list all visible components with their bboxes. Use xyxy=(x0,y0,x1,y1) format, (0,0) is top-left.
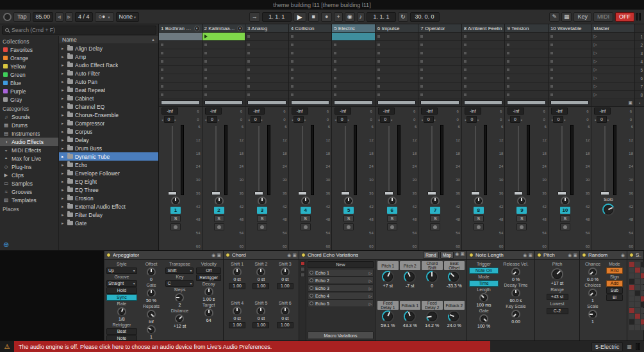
scene-launch-slot[interactable]: ▷ xyxy=(591,66,634,74)
chord-velocity-field[interactable]: 1.00 xyxy=(277,322,293,328)
track-activator-button[interactable]: 7 xyxy=(430,207,440,214)
scale-pad[interactable] xyxy=(629,291,634,296)
collection-item[interactable]: Orange xyxy=(0,54,58,62)
scale-pad[interactable] xyxy=(635,285,640,290)
expand-arrow-icon[interactable]: ▸ xyxy=(62,146,65,151)
macro-name[interactable]: Fdback 1 xyxy=(400,301,421,310)
volume-fader[interactable] xyxy=(340,125,351,195)
note-length-gate-knob[interactable] xyxy=(479,314,488,323)
random-chance-knob[interactable] xyxy=(588,268,597,276)
track-activator-button[interactable]: 6 xyxy=(387,207,397,214)
chain-activator-icon[interactable] xyxy=(310,301,313,305)
arp-decay-knob[interactable] xyxy=(204,287,213,296)
track-activator-button[interactable]: 4 xyxy=(301,207,311,214)
fader-handle[interactable] xyxy=(211,191,220,195)
browser-item[interactable]: ▸Chorus-Ensemble xyxy=(59,111,158,119)
volume-fader[interactable] xyxy=(513,125,524,195)
track-header[interactable]: 3 Analog xyxy=(245,24,288,33)
chain-hot-swap-icon[interactable]: ▷ xyxy=(368,301,372,306)
arm-button[interactable] xyxy=(474,223,484,230)
pan-right-icon[interactable]: ▸ xyxy=(348,118,350,122)
rack-map-button[interactable]: Map xyxy=(440,252,454,259)
scale-pad[interactable] xyxy=(641,314,644,319)
save-preset-icon[interactable]: ▣ xyxy=(460,252,465,259)
chord-shift-knob[interactable] xyxy=(256,307,265,316)
volume-fader[interactable] xyxy=(254,125,264,195)
arp-velocity-retrigger-button[interactable]: Retrigger xyxy=(196,275,221,281)
macro-name[interactable]: Pitch 1 xyxy=(377,261,399,270)
pitch-knob[interactable] xyxy=(551,268,563,280)
expand-arrow-icon[interactable]: ▸ xyxy=(62,113,65,118)
device-activator-icon[interactable] xyxy=(469,253,474,257)
track-volume-display[interactable]: -inf xyxy=(248,108,265,115)
scale-pad[interactable] xyxy=(641,319,644,324)
midi-map-button[interactable]: MIDI xyxy=(593,12,613,22)
expand-arrow-icon[interactable]: ▸ xyxy=(62,46,65,51)
arp-rate-value[interactable]: 1/8 xyxy=(119,317,125,322)
scale-pad[interactable] xyxy=(635,308,640,313)
clip-slot[interactable] xyxy=(332,41,375,49)
category-item[interactable]: ◑Audio Effects xyxy=(0,138,58,146)
track-stop-button[interactable] xyxy=(159,99,202,107)
link-logo-icon[interactable] xyxy=(3,13,12,21)
track-volume-display[interactable]: -inf xyxy=(508,108,524,115)
clip-slot[interactable] xyxy=(505,49,548,58)
clip-slot[interactable] xyxy=(418,49,461,58)
arm-button[interactable] xyxy=(214,223,224,230)
clip-slot[interactable] xyxy=(376,41,418,49)
track-pan-display[interactable]: 0 xyxy=(293,116,304,123)
browser-item[interactable]: ▸Dynamic Tube xyxy=(59,152,158,161)
clip-slot[interactable] xyxy=(505,74,548,83)
sort-ascending-icon[interactable]: ▲ xyxy=(151,38,155,42)
name-column-header[interactable]: Name ▲ xyxy=(59,36,158,44)
pan-left-icon[interactable]: ◂ xyxy=(378,118,380,122)
clip-slot[interactable] xyxy=(159,58,202,66)
hot-swap-icon[interactable]: ◉ xyxy=(621,253,625,258)
track-activator-button[interactable]: 10 xyxy=(560,207,570,214)
track-volume-display[interactable]: -inf xyxy=(334,108,351,115)
arp-distance-knob[interactable] xyxy=(175,314,184,323)
category-item[interactable]: ▭Samples xyxy=(0,179,58,188)
clip-slot[interactable] xyxy=(418,33,461,41)
fader-handle[interactable] xyxy=(254,191,263,195)
expand-arrow-icon[interactable]: ▸ xyxy=(62,129,65,134)
track-activator-button[interactable]: 2 xyxy=(214,207,224,214)
status-message[interactable]: The audio engine is off. Please click he… xyxy=(14,341,490,352)
expand-arrow-icon[interactable]: ▸ xyxy=(62,138,65,143)
arp-key-select[interactable]: C▾ xyxy=(165,280,194,287)
expand-arrow-icon[interactable]: ▸ xyxy=(62,179,65,184)
track-pan-display[interactable]: 0 xyxy=(597,116,607,123)
category-item[interactable]: ◒MIDI Effects xyxy=(0,146,58,154)
capture-midi-button[interactable]: ♪ xyxy=(357,12,365,22)
clip-slot[interactable] xyxy=(202,83,245,91)
track-stop-button[interactable] xyxy=(289,99,332,107)
expand-arrow-icon[interactable]: ▸ xyxy=(62,88,65,93)
clip-slot[interactable] xyxy=(376,33,418,41)
collection-item[interactable]: Blue xyxy=(0,79,58,87)
audio-engine-off-button[interactable]: OFF xyxy=(615,12,634,22)
scale-pad[interactable] xyxy=(641,268,644,273)
follow-button[interactable]: → xyxy=(249,12,260,22)
track-stop-button[interactable] xyxy=(549,99,591,107)
chord-shift-value[interactable]: 0 st xyxy=(258,316,265,321)
pan-knob[interactable] xyxy=(431,196,440,205)
pan-left-icon[interactable]: ◂ xyxy=(248,118,250,122)
volume-fader[interactable] xyxy=(470,125,481,195)
solo-button[interactable]: S xyxy=(430,215,440,222)
scale-pad[interactable] xyxy=(635,262,640,267)
expand-arrow-icon[interactable]: ▸ xyxy=(62,71,65,76)
browser-item[interactable]: ▸EQ Eight xyxy=(59,177,158,186)
track-stop-button[interactable] xyxy=(418,99,461,107)
clip-slot[interactable] xyxy=(202,49,245,58)
solo-button[interactable]: S xyxy=(343,215,354,222)
clip-slot[interactable] xyxy=(376,49,418,58)
pan-left-icon[interactable]: ◂ xyxy=(421,118,423,122)
arm-button[interactable] xyxy=(257,223,267,230)
macro-knob[interactable] xyxy=(426,310,438,323)
browser-item[interactable]: ▸Delay xyxy=(59,136,158,144)
clip-slot[interactable] xyxy=(549,33,591,41)
volume-fader[interactable] xyxy=(211,125,221,195)
clip-slot[interactable] xyxy=(289,91,332,99)
scale-pad[interactable] xyxy=(635,273,640,278)
fader-handle[interactable] xyxy=(427,191,436,195)
